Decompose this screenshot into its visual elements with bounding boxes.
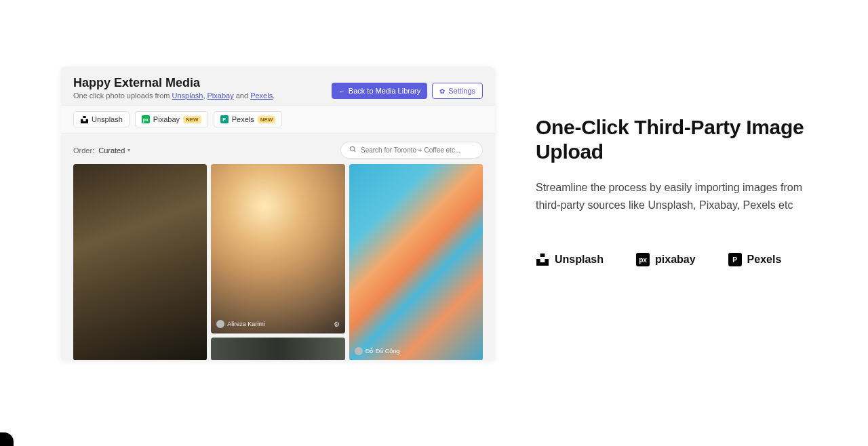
svg-point-0 — [350, 146, 354, 150]
back-label: Back to Media Library — [349, 87, 420, 95]
order-label: Order: — [73, 146, 94, 155]
gallery-image[interactable] — [73, 164, 207, 360]
brand-logos: Unsplash px pixabay P Pexels — [536, 253, 807, 266]
pexels-icon: P — [728, 253, 742, 266]
search-icon — [349, 146, 357, 155]
link-pixabay[interactable]: Pixabay — [208, 92, 234, 100]
avatar-icon — [355, 347, 363, 355]
settings-label: Settings — [448, 87, 475, 95]
source-tabs: Unsplash px Pixabay NEW P Pexels NEW — [61, 105, 495, 134]
gallery-image[interactable]: Alireza Karimi ⚙ — [211, 164, 344, 333]
tab-pexels[interactable]: P Pexels NEW — [214, 111, 283, 127]
subtitle-prefix: One click photo uploads from — [73, 92, 172, 100]
order-value: Curated — [98, 146, 125, 155]
search-box[interactable] — [340, 142, 483, 159]
gear-icon: ✿ — [439, 87, 445, 95]
brand-pexels: P Pexels — [728, 253, 782, 266]
link-pexels[interactable]: Pexels — [250, 92, 273, 100]
brand-label: pixabay — [655, 254, 696, 266]
unsplash-icon — [536, 253, 549, 266]
app-screenshot: Happy External Media One click photo upl… — [61, 66, 495, 360]
brand-label: Unsplash — [555, 254, 604, 266]
image-attribution: Alireza Karimi — [216, 320, 265, 328]
image-gallery: Alireza Karimi ⚙ Đỗ Đô Công — [61, 164, 495, 360]
app-subtitle: One click photo uploads from Unsplash, P… — [73, 92, 275, 100]
feature-description: Streamline the process by easily importi… — [536, 179, 807, 214]
new-badge: NEW — [183, 116, 201, 123]
feature-title: One-Click Third-Party Image Upload — [536, 115, 807, 164]
link-unsplash[interactable]: Unsplash — [172, 92, 203, 100]
app-title: Happy External Media — [73, 76, 275, 90]
tab-label: Pixabay — [153, 115, 180, 123]
gallery-image[interactable]: Đỗ Đô Công — [349, 164, 483, 360]
tab-pixabay[interactable]: px Pixabay NEW — [135, 111, 208, 127]
back-to-media-button[interactable]: ← Back to Media Library — [332, 83, 427, 99]
avatar-icon — [216, 320, 224, 328]
gallery-image[interactable] — [211, 338, 344, 360]
pexels-icon: P — [220, 115, 229, 123]
svg-line-1 — [354, 150, 355, 152]
order-dropdown[interactable]: Order: Curated ▾ — [73, 146, 130, 155]
tab-label: Unsplash — [92, 115, 123, 123]
settings-button[interactable]: ✿ Settings — [432, 83, 483, 99]
chevron-down-icon: ▾ — [127, 147, 130, 153]
arrow-left-icon: ← — [338, 87, 345, 95]
new-badge: NEW — [258, 116, 276, 123]
image-cog-icon[interactable]: ⚙ — [334, 321, 340, 328]
image-attribution: Đỗ Đô Công — [355, 347, 400, 355]
brand-unsplash: Unsplash — [536, 253, 604, 266]
brand-pixabay: px pixabay — [636, 253, 696, 266]
tab-label: Pexels — [232, 115, 254, 123]
tab-unsplash[interactable]: Unsplash — [73, 111, 130, 127]
decorative-corner — [0, 432, 14, 446]
pixabay-icon: px — [142, 115, 150, 123]
pixabay-icon: px — [636, 253, 650, 266]
brand-label: Pexels — [747, 254, 782, 266]
unsplash-icon — [80, 115, 88, 123]
search-input[interactable] — [361, 146, 474, 154]
